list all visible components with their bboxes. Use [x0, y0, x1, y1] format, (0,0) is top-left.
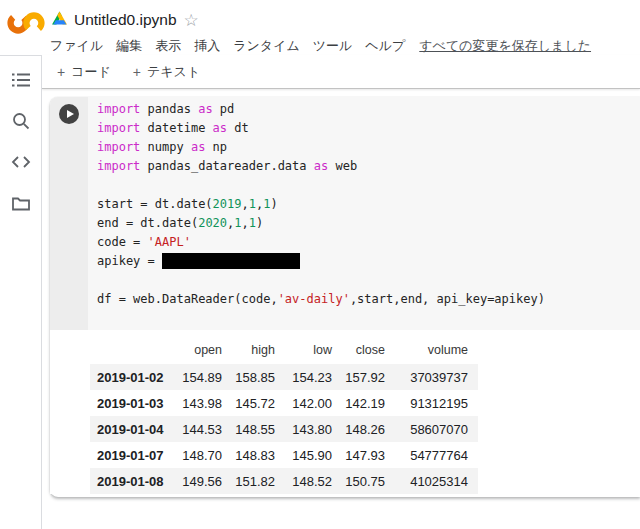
table-cell: 37039737: [385, 364, 478, 390]
folder-icon[interactable]: [11, 193, 31, 213]
menu-runtime[interactable]: ランタイム: [233, 37, 300, 55]
code-token: ,: [242, 216, 249, 230]
col-header: low: [275, 336, 332, 364]
add-code-button[interactable]: +コード: [47, 58, 121, 86]
col-header: close: [332, 336, 385, 364]
row-index: 2019-01-03: [90, 390, 172, 416]
table-cell: 145.72: [222, 390, 275, 416]
code-token: numpy: [140, 140, 191, 154]
code-line: code = 'AAPL': [97, 233, 545, 252]
table-cell: 91312195: [385, 390, 478, 416]
code-token: ,start,end, api_key=apikey): [350, 292, 545, 306]
code-line: import numpy as np: [97, 138, 545, 157]
table-cell: 154.89: [172, 364, 222, 390]
row-index: 2019-01-07: [90, 442, 172, 468]
col-header: high: [222, 336, 275, 364]
code-token: pandas_datareader.data: [140, 159, 313, 173]
row-index: 2019-01-04: [90, 416, 172, 442]
cell-gutter: [50, 97, 88, 330]
code-token: 1: [249, 197, 256, 211]
table-cell: 142.00: [275, 390, 332, 416]
search-icon[interactable]: [11, 111, 31, 131]
add-code-button-label: コード: [71, 63, 111, 81]
code-token: np: [205, 140, 227, 154]
menu-bar: ファイル編集表示挿入ランタイムツールヘルプ すべての変更を保存しました: [50, 36, 591, 55]
table-cell: 147.93: [332, 442, 385, 468]
cell-toolbar: +コード+テキスト: [42, 55, 640, 89]
menu-edit[interactable]: 編集: [116, 37, 142, 55]
code-token: pandas: [140, 102, 198, 116]
table-cell: 41025314: [385, 468, 478, 494]
code-editor[interactable]: import pandas as pdimport datetime as dt…: [88, 97, 545, 330]
code-token: web: [328, 159, 357, 173]
table-cell: 145.90: [275, 442, 332, 468]
code-token: 'av-daily': [278, 292, 350, 306]
table-cell: 148.83: [222, 442, 275, 468]
menu-tools[interactable]: ツール: [313, 37, 353, 55]
code-line: import datetime as dt: [97, 119, 545, 138]
table-cell: 149.56: [172, 468, 222, 494]
table-cell: 144.53: [172, 416, 222, 442]
colab-app: Untitled0.ipynb ☆ ファイル編集表示挿入ランタイムツールヘルプ …: [0, 0, 640, 529]
table-cell: 143.80: [275, 416, 332, 442]
code-token: pd: [213, 102, 235, 116]
menu-items: ファイル編集表示挿入ランタイムツールヘルプ: [50, 37, 405, 55]
dataframe-table: openhighlowclosevolume 2019-01-02154.891…: [90, 336, 478, 494]
code-line: start = dt.date(2019,1,1): [97, 195, 545, 214]
menu-help[interactable]: ヘルプ: [365, 37, 405, 55]
code-line: [97, 309, 545, 328]
notebook-title[interactable]: Untitled0.ipynb: [74, 11, 177, 29]
save-status[interactable]: すべての変更を保存しました: [419, 37, 591, 55]
code-token: import: [97, 159, 140, 173]
code-token: df = web.DataReader(code,: [97, 292, 278, 306]
code-token: import: [97, 102, 140, 116]
toc-icon[interactable]: [11, 70, 31, 90]
code-token: dt: [227, 121, 249, 135]
code-token: ): [256, 216, 263, 230]
play-icon: [67, 110, 74, 118]
menu-insert[interactable]: 挿入: [194, 37, 220, 55]
table-row: 2019-01-08149.56151.82148.52150.75410253…: [90, 468, 478, 494]
table-cell: 150.75: [332, 468, 385, 494]
menu-file[interactable]: ファイル: [50, 37, 103, 55]
drive-icon: [52, 11, 67, 29]
table-cell: 154.23: [275, 364, 332, 390]
table-cell: 148.55: [222, 416, 275, 442]
code-line: import pandas_datareader.data as web: [97, 157, 545, 176]
code-line: [97, 176, 545, 195]
code-token: import: [97, 121, 140, 135]
dataframe-header: openhighlowclosevolume: [90, 336, 478, 364]
table-cell: 148.70: [172, 442, 222, 468]
table-cell: 142.19: [332, 390, 385, 416]
code-token: 1: [249, 216, 256, 230]
code-section: import pandas as pdimport datetime as dt…: [50, 97, 640, 330]
table-cell: 58607070: [385, 416, 478, 442]
code-token: ,: [242, 197, 249, 211]
table-cell: 54777764: [385, 442, 478, 468]
code-token: 'AAPL': [148, 235, 191, 249]
star-icon[interactable]: ☆: [184, 12, 199, 29]
code-token: end = dt.date(: [97, 216, 198, 230]
title-row: Untitled0.ipynb ☆: [52, 9, 199, 31]
code-token: apikey =: [97, 254, 162, 268]
code-token: code =: [97, 235, 148, 249]
table-row: 2019-01-04144.53148.55143.80148.26586070…: [90, 416, 478, 442]
code-icon[interactable]: [11, 152, 31, 172]
code-line: [97, 271, 545, 290]
add-text-button[interactable]: +テキスト: [123, 58, 210, 86]
code-token: as: [314, 159, 328, 173]
col-header: open: [172, 336, 222, 364]
run-cell-button[interactable]: [59, 104, 79, 124]
table-cell: 151.82: [222, 468, 275, 494]
code-token: as: [213, 121, 227, 135]
code-token: 1: [234, 216, 241, 230]
col-header: volume: [385, 336, 478, 364]
code-token: 2020: [198, 216, 227, 230]
colab-logo[interactable]: [7, 8, 45, 38]
code-token: start = dt.date(: [97, 197, 213, 211]
table-cell: 148.52: [275, 468, 332, 494]
menu-view[interactable]: 表示: [155, 37, 181, 55]
code-token: as: [191, 140, 205, 154]
table-cell: 158.85: [222, 364, 275, 390]
code-cell: import pandas as pdimport datetime as dt…: [50, 97, 640, 497]
